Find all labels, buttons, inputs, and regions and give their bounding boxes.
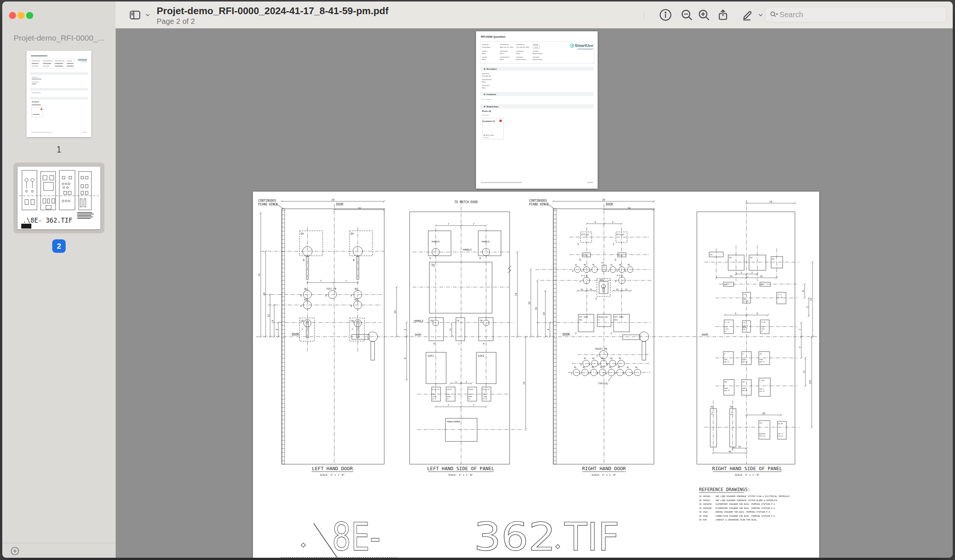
svg-text:200E-: 200E- <box>724 359 728 360</box>
svg-text:RL: RL <box>628 264 631 266</box>
svg-text:3⅝: 3⅝ <box>802 290 804 293</box>
svg-text:C: C <box>302 328 303 331</box>
svg-text:ATC 305D: ATC 305D <box>614 316 623 318</box>
svg-text:GL: GL <box>610 264 613 266</box>
svg-text:WL: WL <box>584 264 586 266</box>
search-input[interactable] <box>778 10 942 19</box>
zoom-in-icon <box>697 8 711 22</box>
svg-text:7: 7 <box>320 280 322 282</box>
svg-text:FU: FU <box>772 258 775 260</box>
document-card: 8E-362 (1)_New <box>482 118 504 139</box>
svg-text:HANDLE: HANDLE <box>463 248 472 251</box>
zoom-button[interactable] <box>26 12 33 19</box>
svg-text:LR: LR <box>743 322 745 324</box>
get-info-button[interactable] <box>657 8 674 22</box>
zoom-in-button[interactable] <box>696 8 712 22</box>
document-viewport[interactable]: RFI-0000 Question SmartUse Projet demo W… <box>116 28 953 558</box>
thumbnail-caption: .\8E- 362.TIF <box>23 217 72 224</box>
svg-text:H-O-A: H-O-A <box>581 275 587 277</box>
highlight-button[interactable] <box>739 8 756 22</box>
cad-drawing: CONTINUOUSPIANO HINGE28DOOR1435241294DSB… <box>253 192 819 558</box>
zoom-out-button[interactable] <box>679 8 695 22</box>
svg-text:LL-10: LL-10 <box>777 296 783 298</box>
svg-text:PT.: PT. <box>730 413 733 415</box>
svg-text:22: 22 <box>742 381 745 383</box>
svg-text:H-O-A: H-O-A <box>617 275 623 277</box>
svg-text:9⅝: 9⅝ <box>728 450 731 452</box>
page-1-thumbnail[interactable] <box>27 51 91 137</box>
svg-text:2½: 2½ <box>449 328 451 331</box>
svg-text:A: A <box>589 363 590 366</box>
rfi-status-badge: Draft <box>533 45 540 49</box>
svg-text:16: 16 <box>535 307 537 310</box>
svg-text:RIL: RIL <box>354 298 359 301</box>
rfi-created-date: Wed, Jan 31, 2024 <box>500 46 513 48</box>
svg-text:TS: TS <box>431 264 435 267</box>
close-button[interactable] <box>9 12 16 19</box>
svg-text:PT.: PT. <box>711 413 714 415</box>
desktop: Projet-demo_RFI-0000_... <box>0 0 955 560</box>
add-page-button[interactable] <box>11 547 19 555</box>
svg-text:2E-36E003: 2E-36E003 <box>699 499 710 501</box>
svg-text:RL: RL <box>619 357 622 359</box>
svg-text:2¼: 2¼ <box>625 288 628 290</box>
svg-text:FU: FU <box>729 256 731 259</box>
svg-text:8: 8 <box>404 357 407 359</box>
svg-text:71-1X: 71-1X <box>725 321 730 323</box>
page-1-thumbnail-image <box>27 51 91 137</box>
svg-text:A: A <box>623 373 625 375</box>
svg-text:GL: GL <box>575 264 578 266</box>
svg-text:HANDLE: HANDLE <box>482 240 490 243</box>
svg-text:5: 5 <box>595 221 596 224</box>
svg-text:WL: WL <box>304 287 307 290</box>
rfi-field-value: None <box>500 59 504 61</box>
filename-part-1: 8E- <box>332 514 380 558</box>
svg-text:AGASTAT: AGASTAT <box>759 433 766 435</box>
photos-label: Photos (0) <box>482 110 491 112</box>
svg-text:9¾: 9¾ <box>762 412 766 415</box>
svg-text:RL: RL <box>601 357 604 359</box>
svg-text:SCALE: 3" = 1'-0": SCALE: 3" = 1'-0" <box>448 474 473 476</box>
svg-text:4: 4 <box>275 329 278 330</box>
field-none: None <box>482 87 486 89</box>
svg-text:SCALE: 3" = 1'-0": SCALE: 3" = 1'-0" <box>735 474 760 476</box>
svg-text:2¼: 2¼ <box>581 288 584 290</box>
svg-text:E: E <box>578 243 579 246</box>
svg-text:K: K <box>483 342 485 345</box>
svg-text:RL: RL <box>610 357 613 359</box>
document-card-caption: 8E-362 (1)_New <box>484 134 494 136</box>
svg-text:12: 12 <box>267 314 270 317</box>
svg-text:A: A <box>589 270 591 272</box>
svg-text:SCALE: 3" = 1'-0": SCALE: 3" = 1'-0" <box>320 474 345 476</box>
svg-text:7: 7 <box>346 280 347 282</box>
svg-text:ONE LINE DIAGRAM SEWERAGE SYST: ONE LINE DIAGRAM SEWERAGE SYSTEM ALARM &… <box>715 499 777 501</box>
svg-text:WL: WL <box>355 287 358 290</box>
svg-text:A: A <box>351 294 352 297</box>
rfi-field-value: None <box>482 53 486 55</box>
svg-text:3: 3 <box>798 329 801 330</box>
svg-text:RT1: RT1 <box>579 319 582 321</box>
search-field[interactable] <box>765 7 947 22</box>
svg-text:4PT: 4PT <box>724 283 728 285</box>
sidebar-toggle-button[interactable] <box>127 8 143 22</box>
svg-text:3A-P4: 3A-P4 <box>778 423 783 425</box>
minimize-button[interactable] <box>17 12 25 19</box>
svg-text:8E-362A: 8E-362A <box>699 511 708 513</box>
svg-text:5: 5 <box>735 312 736 315</box>
svg-text:28: 28 <box>602 198 605 201</box>
page-2-thumbnail[interactable]: .\8E- 362.TIF <box>17 167 100 229</box>
svg-text:HANDLE: HANDLE <box>414 320 423 323</box>
share-button[interactable] <box>715 8 731 22</box>
svg-text:Z1B: Z1B <box>743 329 746 330</box>
page-indicator: Page 2 of 2 <box>157 17 388 26</box>
svg-text:CB: CB <box>480 319 483 322</box>
svg-text:A: A <box>579 373 581 375</box>
svg-text:3-1P4: 3-1P4 <box>759 379 764 381</box>
svg-text:CONNECTION DIAGRAM FAN BLDG. P: CONNECTION DIAGRAM FAN BLDG. PUMPING STA… <box>715 515 775 517</box>
sidebar-mode-chevron[interactable] <box>142 8 153 22</box>
svg-text:7: 7 <box>448 223 449 226</box>
no-photos: No photos <box>482 114 489 116</box>
svg-text:SBT: SBT <box>600 279 603 281</box>
svg-text:A: A <box>615 280 617 282</box>
sidebar-footer-divider <box>2 543 116 543</box>
